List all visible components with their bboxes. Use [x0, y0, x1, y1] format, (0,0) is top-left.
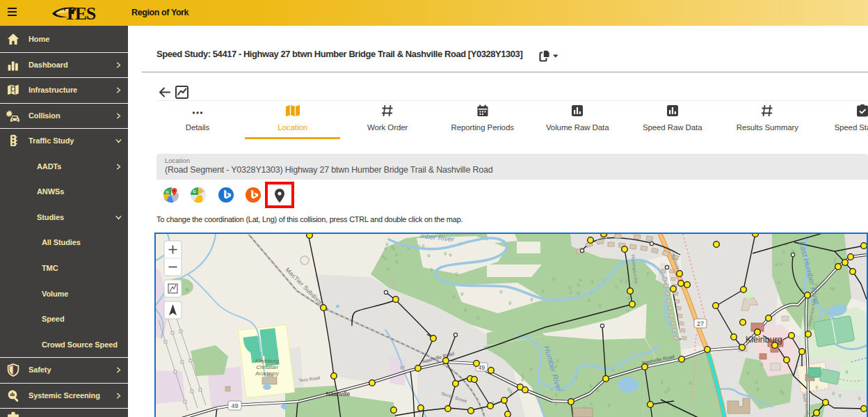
svg-text:Academy: Academy — [255, 370, 279, 377]
svg-text:49: 49 — [231, 402, 238, 409]
svg-text:27: 27 — [697, 320, 704, 327]
svg-text:G: G — [166, 190, 169, 194]
svg-text:Christian: Christian — [256, 364, 278, 370]
svg-text:TES: TES — [64, 3, 96, 23]
svg-text:Kleinburg: Kleinburg — [255, 358, 279, 364]
svg-text:Nashville: Nashville — [326, 391, 351, 398]
svg-text:G: G — [193, 189, 196, 194]
